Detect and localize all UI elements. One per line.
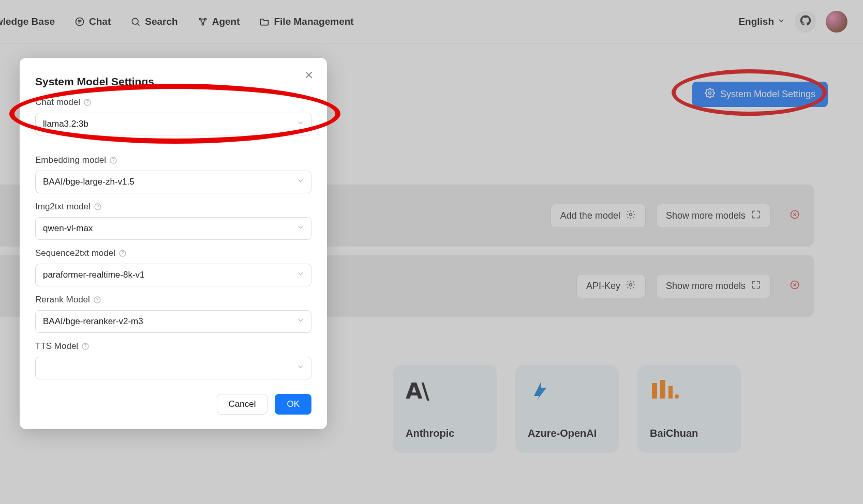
chevron-down-icon xyxy=(296,363,305,374)
help-icon[interactable] xyxy=(81,342,90,350)
chevron-down-icon xyxy=(296,119,305,130)
help-icon[interactable] xyxy=(94,203,102,211)
embedding-model-select[interactable]: BAAI/bge-large-zh-v1.5 xyxy=(35,171,311,193)
chat-model-value: llama3.2:3b xyxy=(43,119,88,129)
help-icon[interactable] xyxy=(109,156,117,164)
embedding-model-label: Embedding model xyxy=(35,155,106,165)
tts-model-label: TTS Model xyxy=(35,341,78,352)
ok-button[interactable]: OK xyxy=(275,394,311,415)
chevron-down-icon xyxy=(296,223,305,234)
chat-model-label: Chat model xyxy=(35,97,80,108)
img2txt-model-value: qwen-vl-max xyxy=(43,223,93,234)
img2txt-model-select[interactable]: qwen-vl-max xyxy=(35,217,311,240)
seq2txt-model-select[interactable]: paraformer-realtime-8k-v1 xyxy=(35,264,311,286)
chevron-down-icon xyxy=(296,316,305,327)
img2txt-model-label: Img2txt model xyxy=(35,202,91,212)
modal-title: System Model Settings xyxy=(35,75,311,88)
rerank-model-value: BAAI/bge-reranker-v2-m3 xyxy=(43,316,143,327)
help-icon[interactable] xyxy=(83,98,92,106)
field-rerank-model: Rerank Model BAAI/bge-reranker-v2-m3 xyxy=(35,295,311,333)
cancel-button[interactable]: Cancel xyxy=(217,394,268,415)
chevron-down-icon xyxy=(296,177,305,188)
chat-model-select[interactable]: llama3.2:3b xyxy=(35,113,311,135)
seq2txt-model-value: paraformer-realtime-8k-v1 xyxy=(43,270,145,280)
tts-model-select[interactable] xyxy=(35,357,311,379)
rerank-model-select[interactable]: BAAI/bge-reranker-v2-m3 xyxy=(35,310,311,333)
chevron-down-icon xyxy=(296,270,305,281)
field-tts-model: TTS Model xyxy=(35,341,311,379)
system-model-settings-modal: System Model Settings Chat model llama3.… xyxy=(20,58,327,429)
cancel-label: Cancel xyxy=(229,399,256,409)
rerank-model-label: Rerank Model xyxy=(35,295,90,305)
modal-footer: Cancel OK xyxy=(35,394,311,415)
ok-label: OK xyxy=(287,399,300,409)
field-embedding-model: Embedding model BAAI/bge-large-zh-v1.5 xyxy=(35,155,311,193)
field-seq2txt-model: Sequence2txt model paraformer-realtime-8… xyxy=(35,248,311,286)
help-icon[interactable] xyxy=(93,296,101,304)
embedding-model-value: BAAI/bge-large-zh-v1.5 xyxy=(43,177,135,187)
field-img2txt-model: Img2txt model qwen-vl-max xyxy=(35,202,311,240)
help-icon[interactable] xyxy=(118,249,127,257)
modal-close-button[interactable] xyxy=(303,69,315,83)
field-chat-model: Chat model llama3.2:3b xyxy=(35,97,311,135)
seq2txt-model-label: Sequence2txt model xyxy=(35,248,115,258)
